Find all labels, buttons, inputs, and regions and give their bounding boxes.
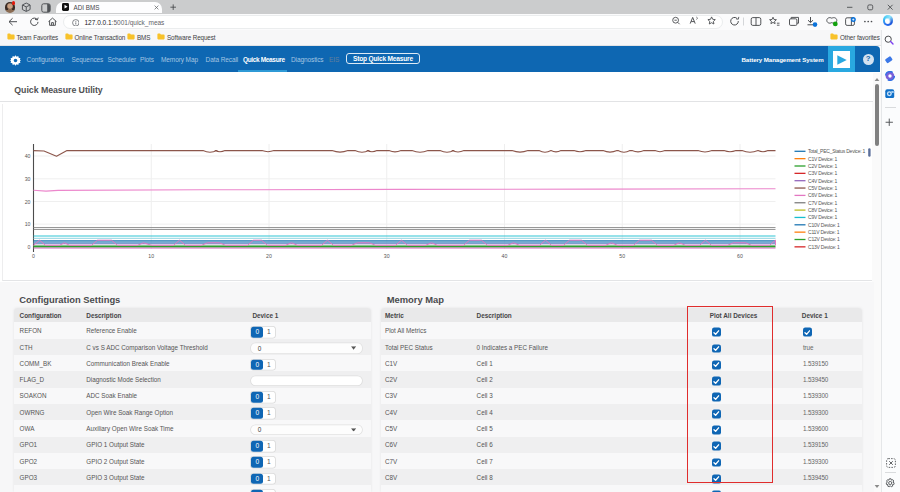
svg-text:10: 10: [25, 221, 31, 227]
svg-text:0: 0: [28, 243, 31, 249]
svg-text:30: 30: [384, 253, 390, 259]
svg-text:C1V Device: 1: C1V Device: 1: [808, 155, 838, 161]
svg-text:C12V Device: 1: C12V Device: 1: [808, 236, 840, 242]
svg-text:10: 10: [148, 253, 154, 259]
svg-text:60: 60: [737, 253, 743, 259]
svg-text:50: 50: [619, 253, 625, 259]
svg-text:30: 30: [25, 175, 31, 181]
svg-text:C6V Device: 1: C6V Device: 1: [808, 192, 838, 198]
svg-text:C9V Device: 1: C9V Device: 1: [808, 214, 838, 220]
svg-text:C10V Device: 1: C10V Device: 1: [808, 221, 840, 227]
svg-text:C3V Device: 1: C3V Device: 1: [808, 170, 838, 176]
svg-text:C8V Device: 1: C8V Device: 1: [808, 207, 838, 213]
svg-text:C11V Device: 1: C11V Device: 1: [808, 229, 840, 235]
svg-text:40: 40: [502, 253, 508, 259]
svg-text:C4V Device: 1: C4V Device: 1: [808, 177, 838, 183]
svg-text:C7V Device: 1: C7V Device: 1: [808, 199, 838, 205]
svg-text:C2V Device: 1: C2V Device: 1: [808, 162, 838, 168]
svg-text:20: 20: [25, 198, 31, 204]
svg-text:0: 0: [32, 253, 35, 259]
svg-text:C13V Device: 1: C13V Device: 1: [808, 243, 840, 249]
svg-text:40: 40: [25, 153, 31, 159]
svg-text:C5V Device: 1: C5V Device: 1: [808, 184, 838, 190]
svg-text:Total_PEC_Status Device: 1: Total_PEC_Status Device: 1: [808, 148, 866, 154]
svg-text:20: 20: [266, 253, 272, 259]
